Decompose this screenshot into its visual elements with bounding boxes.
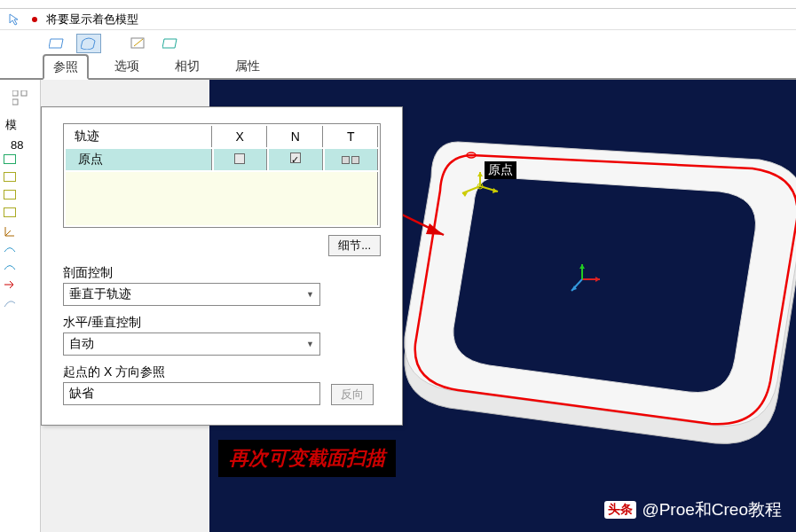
model-tree-strip: 模 88: [0, 80, 41, 532]
watermark-text: @Proe和Creo教程: [642, 498, 782, 521]
col-track: 轨迹: [66, 126, 212, 147]
tab-reference[interactable]: 参照: [43, 54, 89, 80]
tree-label: 模: [5, 117, 17, 133]
col-t: T: [325, 126, 378, 147]
annotation-text: 再次可变截面扫描: [218, 440, 396, 477]
toolbar: [0, 30, 796, 57]
start-x-input[interactable]: 缺省: [63, 382, 320, 405]
svg-rect-1: [12, 90, 18, 96]
trajectory-table[interactable]: 轨迹 X N T 原点: [63, 123, 381, 228]
sketch-tool[interactable]: [126, 34, 151, 53]
cursor-icon: [7, 12, 23, 27]
tab-tangent[interactable]: 相切: [165, 54, 209, 78]
col-n: N: [269, 126, 323, 147]
row-x-check[interactable]: [214, 149, 268, 170]
chevron-down-icon: ▼: [306, 290, 314, 299]
watermark: 头条 @Proe和Creo教程: [604, 498, 782, 521]
watermark-badge: 头条: [604, 501, 636, 519]
tab-options[interactable]: 选项: [105, 54, 149, 78]
svg-rect-2: [21, 90, 27, 96]
trajectory-row-origin[interactable]: 原点: [66, 149, 378, 170]
origin-label-3d: 原点: [485, 161, 516, 179]
reverse-button[interactable]: 反向: [331, 384, 374, 405]
row-t-check[interactable]: [325, 149, 378, 170]
datum-icon-4[interactable]: [4, 207, 18, 220]
datum-icon-2[interactable]: [4, 172, 18, 184]
record-icon: [27, 12, 43, 27]
hv-control-label: 水平/垂直控制: [63, 315, 381, 331]
reference-panel: 轨迹 X N T 原点 细节... 剖面控制 垂直于轨迹 ▼ 水平/垂直控制 自…: [41, 106, 403, 426]
curve-icon-3[interactable]: [4, 296, 18, 309]
surface-tool-2[interactable]: [76, 34, 101, 53]
svg-rect-3: [12, 99, 18, 105]
chevron-down-icon: ▼: [306, 340, 314, 348]
table-empty-area[interactable]: [66, 172, 378, 225]
curve-icon-1[interactable]: [4, 243, 18, 255]
start-x-label: 起点的 X 方向参照: [63, 364, 381, 380]
col-x: X: [214, 126, 268, 147]
status-text: 将要显示着色模型: [46, 12, 138, 27]
csys-icon[interactable]: [4, 225, 18, 238]
datum-icon-3[interactable]: [4, 190, 18, 202]
origin-csys-icon: [564, 257, 609, 301]
tree-icon[interactable]: [12, 90, 28, 106]
tree-number: 88: [11, 138, 23, 152]
row-name: 原点: [66, 149, 212, 170]
detail-button[interactable]: 细节...: [328, 235, 381, 256]
tab-bar: 参照 选项 相切 属性: [0, 57, 796, 80]
tab-attributes[interactable]: 属性: [225, 54, 270, 78]
section-control-label: 剖面控制: [63, 265, 381, 281]
section-control-select[interactable]: 垂直于轨迹 ▼: [63, 283, 320, 306]
status-bar: 将要显示着色模型: [0, 9, 796, 30]
plane-tool[interactable]: [158, 34, 183, 53]
surface-tool-1[interactable]: [44, 34, 69, 53]
curve-icon-2[interactable]: [4, 261, 18, 273]
datum-icon-1[interactable]: [4, 154, 18, 167]
hv-control-select[interactable]: 自动 ▼: [63, 332, 320, 356]
row-n-check[interactable]: [269, 149, 323, 170]
feature-arrow[interactable]: [4, 278, 18, 291]
